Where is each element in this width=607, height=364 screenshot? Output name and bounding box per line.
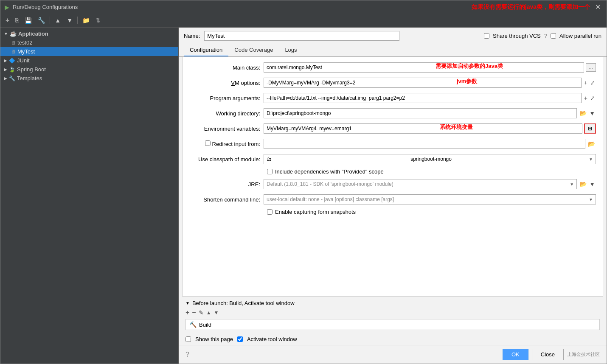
env-vars-copy-button[interactable]: ⊞ <box>584 123 596 134</box>
redirect-input-input[interactable] <box>264 139 585 149</box>
redirect-folder-icon[interactable]: 📂 <box>587 140 596 147</box>
before-launch-section: ▼ Before launch: Build, Activate tool wi… <box>179 297 607 333</box>
share-vcs-label: Share through VCS <box>493 33 541 39</box>
env-vars-label: Environment variables: <box>189 126 264 132</box>
sidebar-item-test02[interactable]: 🖥 test02 <box>0 38 178 47</box>
ok-button[interactable]: OK <box>503 349 528 360</box>
sidebar-item-mytest[interactable]: 🖥 MyTest <box>0 47 178 56</box>
vm-options-expand-icon[interactable]: ⤢ <box>589 79 596 86</box>
classpath-label: Use classpath of module: <box>189 156 264 162</box>
main-class-row: Main class: ... 需要添加启动参数的Java类 <box>189 62 596 73</box>
toolbar: + ⎘ 💾 🔧 ▲ ▼ 📁 ⇅ <box>0 14 607 28</box>
folder-icon: 📁 <box>82 17 90 24</box>
dialog-footer: ? OK Close 上海金技术社区 <box>179 345 607 364</box>
jre-value: Default (1.8.0_181 - SDK of 'springboot-… <box>267 181 393 187</box>
build-item: 🔨 Build <box>185 319 600 330</box>
redirect-input-checkbox[interactable] <box>205 140 211 146</box>
copy-button[interactable]: ⎘ <box>13 16 21 25</box>
enable-snapshots-row: Enable capturing form snapshots <box>267 209 596 215</box>
shorten-cmd-arrow-icon: ▼ <box>589 197 593 202</box>
add-button[interactable]: + <box>3 15 12 25</box>
program-args-expand-icon[interactable]: ⤢ <box>589 95 596 101</box>
move-up-button[interactable]: ▲ <box>52 16 63 25</box>
vm-options-input[interactable] <box>264 78 582 88</box>
jre-dropdown[interactable]: Default (1.8.0_181 - SDK of 'springboot-… <box>264 179 577 189</box>
before-launch-triangle[interactable]: ▼ <box>185 301 190 305</box>
include-deps-checkbox[interactable] <box>267 169 273 174</box>
file-icon-test02: 🖥 <box>11 40 16 46</box>
close-dialog-button[interactable]: Close <box>532 349 564 360</box>
show-page-label: Show this page <box>195 336 233 342</box>
tab-configuration[interactable]: Configuration <box>184 44 228 56</box>
working-dir-label: Working directory: <box>189 110 264 117</box>
jre-actions: 📂 ▼ <box>579 181 596 188</box>
activate-tool-label: Activate tool window <box>247 336 297 342</box>
sidebar-item-templates[interactable]: ▶ 🔧 Templates <box>0 74 178 83</box>
sort-button[interactable]: ⇅ <box>93 16 103 25</box>
folder-open-icon[interactable]: 📂 <box>579 110 587 117</box>
env-vars-row: Environment variables: ⊞ 系统环境变量 <box>189 123 596 134</box>
name-input[interactable] <box>204 31 399 41</box>
before-launch-toolbar: + − ✎ ▲ ▼ <box>185 309 600 316</box>
program-args-add-icon[interactable]: + <box>583 95 588 101</box>
vm-options-add-icon[interactable]: + <box>583 79 588 86</box>
sidebar: ▼ ☕ Application 🖥 test02 🖥 MyTest ▶ 🔷 JU… <box>0 28 179 364</box>
sidebar-item-application[interactable]: ▼ ☕ Application <box>0 29 178 38</box>
working-dir-input[interactable] <box>264 108 577 118</box>
share-vcs-checkbox[interactable] <box>484 33 489 39</box>
before-launch-down-button[interactable]: ▼ <box>214 310 219 316</box>
main-class-label: Main class: <box>189 64 264 71</box>
sidebar-mytest-label: MyTest <box>17 48 35 55</box>
before-launch-edit-button[interactable]: ✎ <box>199 309 204 316</box>
show-page-checkbox[interactable] <box>185 336 191 342</box>
main-class-browse-button[interactable]: ... <box>586 63 596 72</box>
program-args-actions: + ⤢ <box>583 95 596 101</box>
arrow-right-templates: ▶ <box>4 76 7 81</box>
before-launch-up-button[interactable]: ▲ <box>206 310 211 316</box>
sidebar-item-junit[interactable]: ▶ 🔷 JUnit <box>0 56 178 65</box>
jre-expand-icon[interactable]: ▼ <box>588 181 596 188</box>
move-down-button[interactable]: ▼ <box>64 16 75 25</box>
dialog-title: Run/Debug Configurations <box>13 4 460 10</box>
arrow-right-junit: ▶ <box>4 58 7 63</box>
parallel-run-label: Allow parallel run <box>559 33 601 39</box>
app-icon: ☕ <box>10 31 17 37</box>
working-dir-expand-icon[interactable]: ▼ <box>588 110 596 117</box>
classpath-row: Use classpath of module: 🗂 springboot-mo… <box>189 153 596 165</box>
sidebar-item-springboot[interactable]: ▶ 🍃 Spring Boot <box>0 65 178 74</box>
build-icon: 🔨 <box>189 321 197 328</box>
main-class-input[interactable] <box>264 62 584 73</box>
run-icon: ▶ <box>5 4 9 11</box>
before-launch-add-button[interactable]: + <box>185 309 189 316</box>
before-launch-minus-button[interactable]: − <box>192 309 196 316</box>
share-area: Share through VCS ? Allow parallel run <box>484 33 601 39</box>
env-vars-input[interactable] <box>264 123 582 134</box>
folder-button[interactable]: 📁 <box>80 16 92 25</box>
build-label: Build <box>199 322 211 328</box>
sidebar-test02-label: test02 <box>17 39 32 46</box>
shorten-cmd-dropdown[interactable]: user-local default: none - java [options… <box>264 194 596 204</box>
enable-snapshots-label: Enable capturing form snapshots <box>275 209 356 215</box>
save-button[interactable]: 💾 <box>22 16 34 25</box>
program-args-input[interactable] <box>264 93 582 103</box>
redirect-input-actions: 📂 <box>587 140 596 147</box>
classpath-value: springboot-mongo <box>410 156 452 162</box>
junit-icon: 🔷 <box>9 58 15 64</box>
parallel-run-checkbox[interactable] <box>551 33 556 39</box>
toolbar-separator <box>50 17 50 24</box>
tab-logs[interactable]: Logs <box>279 44 303 56</box>
wrench-icon: 🔧 <box>38 17 45 24</box>
copy-icon: ⎘ <box>15 17 19 24</box>
activate-tool-checkbox[interactable] <box>237 336 243 342</box>
help-icon[interactable]: ? <box>185 351 189 358</box>
settings-button[interactable]: 🔧 <box>35 16 48 25</box>
tab-code-coverage[interactable]: Code Coverage <box>228 44 279 56</box>
right-panel: Name: Share through VCS ? Allow parallel… <box>179 28 607 364</box>
annotation-top: 如果没有需要运行的java类，则需要添加一个 <box>472 3 590 11</box>
jre-folder-icon[interactable]: 📂 <box>579 181 587 188</box>
shorten-cmd-row: Shorten command line: user-local default… <box>189 193 596 205</box>
enable-snapshots-checkbox[interactable] <box>267 209 273 215</box>
close-button[interactable]: ✕ <box>593 3 602 11</box>
classpath-dropdown[interactable]: 🗂 springboot-mongo ▼ <box>264 154 596 164</box>
classpath-icon: 🗂 <box>267 156 272 162</box>
